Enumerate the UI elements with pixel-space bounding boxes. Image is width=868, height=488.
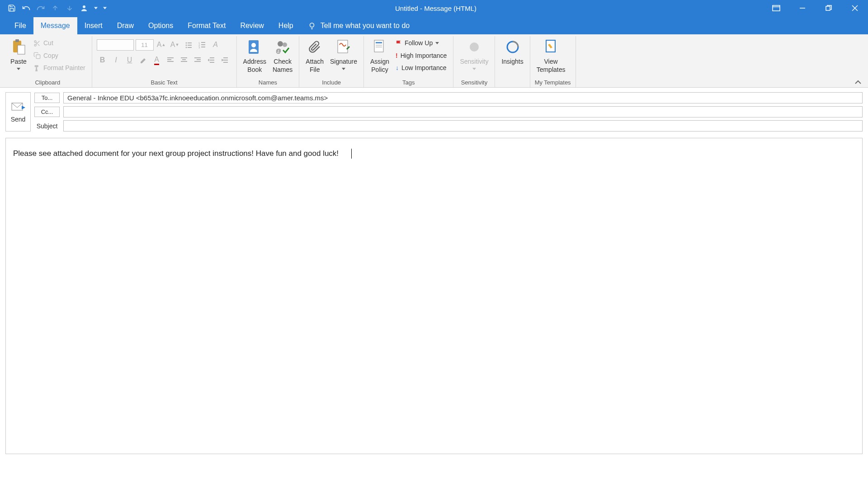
increase-indent-button[interactable] bbox=[219, 54, 231, 66]
address-book-button[interactable]: Address Book bbox=[241, 37, 268, 75]
message-body[interactable]: Please see attached document for your ne… bbox=[5, 138, 863, 454]
attach-file-label: Attach File bbox=[306, 58, 324, 74]
tab-file[interactable]: File bbox=[7, 17, 33, 34]
tab-message[interactable]: Message bbox=[33, 17, 77, 34]
templates-icon bbox=[544, 38, 558, 56]
copy-label: Copy bbox=[43, 52, 58, 61]
cut-button[interactable]: Cut bbox=[32, 38, 87, 49]
up-arrow-icon[interactable] bbox=[49, 2, 61, 14]
low-importance-label: Low Importance bbox=[401, 64, 447, 73]
numbering-button[interactable]: 123 bbox=[196, 39, 208, 51]
insights-label: Insights bbox=[501, 58, 523, 66]
low-importance-button[interactable]: ↓Low Importance bbox=[394, 63, 448, 74]
font-size-input[interactable]: 11 bbox=[136, 39, 154, 51]
align-right-button[interactable] bbox=[192, 54, 203, 66]
view-templates-button[interactable]: View Templates bbox=[535, 37, 567, 75]
format-painter-button[interactable]: Format Painter bbox=[32, 63, 87, 74]
svg-rect-14 bbox=[18, 45, 25, 54]
ribbon: Paste Cut Copy Format Painter Clipboard … bbox=[0, 34, 868, 88]
group-clipboard: Paste Cut Copy Format Painter Clipboard bbox=[4, 36, 92, 87]
redo-icon[interactable] bbox=[34, 2, 47, 14]
grow-font-button[interactable]: A▲ bbox=[156, 39, 167, 51]
tab-insert[interactable]: Insert bbox=[77, 17, 110, 34]
brush-icon bbox=[33, 65, 41, 72]
person-icon[interactable] bbox=[78, 2, 90, 14]
chevron-down-icon bbox=[435, 42, 439, 44]
cc-button[interactable]: Cc... bbox=[34, 107, 60, 117]
svg-rect-22 bbox=[188, 42, 192, 43]
align-left-button[interactable] bbox=[165, 54, 176, 66]
svg-rect-57 bbox=[376, 47, 382, 47]
tab-options[interactable]: Options bbox=[141, 17, 180, 34]
tab-draw[interactable]: Draw bbox=[110, 17, 141, 34]
assign-policy-button[interactable]: Assign Policy bbox=[368, 37, 391, 75]
group-include: Attach File Signature Include bbox=[299, 36, 364, 87]
tab-format-text[interactable]: Format Text bbox=[180, 17, 233, 34]
tab-help[interactable]: Help bbox=[271, 17, 301, 34]
cc-field[interactable] bbox=[63, 106, 863, 117]
collapse-ribbon-icon[interactable] bbox=[854, 80, 862, 84]
address-book-label: Address Book bbox=[243, 58, 266, 74]
undo-icon[interactable] bbox=[20, 2, 33, 14]
highlight-button[interactable] bbox=[137, 54, 149, 66]
bold-button[interactable]: B bbox=[97, 54, 108, 66]
chevron-down-icon bbox=[17, 68, 20, 70]
basic-text-group-label: Basic Text bbox=[97, 79, 232, 87]
qat-customize-icon[interactable] bbox=[101, 2, 108, 14]
to-field[interactable] bbox=[63, 92, 863, 103]
address-book-icon bbox=[247, 38, 262, 56]
align-center-button[interactable] bbox=[178, 54, 190, 66]
cut-label: Cut bbox=[43, 39, 53, 48]
chevron-down-icon bbox=[342, 68, 345, 70]
italic-button[interactable]: I bbox=[110, 54, 122, 66]
sensitivity-button[interactable]: Sensitivity bbox=[458, 37, 490, 71]
maximize-icon[interactable] bbox=[816, 0, 842, 16]
tab-review[interactable]: Review bbox=[233, 17, 271, 34]
paste-label: Paste bbox=[10, 58, 27, 66]
font-color-button[interactable]: A bbox=[151, 54, 163, 66]
attach-file-button[interactable]: Attach File bbox=[304, 37, 326, 75]
font-name-input[interactable] bbox=[97, 39, 134, 51]
copy-button[interactable]: Copy bbox=[32, 51, 87, 61]
svg-point-23 bbox=[185, 45, 187, 46]
ribbon-tabs: File Message Insert Draw Options Format … bbox=[0, 16, 868, 34]
paste-button[interactable]: Paste bbox=[8, 37, 29, 71]
high-importance-label: High Importance bbox=[401, 52, 447, 61]
save-icon[interactable] bbox=[5, 2, 18, 14]
down-arrow-icon: ↓ bbox=[396, 64, 399, 73]
signature-button[interactable]: Signature bbox=[328, 37, 359, 71]
sensitivity-label: Sensitivity bbox=[460, 58, 488, 66]
decrease-indent-button[interactable] bbox=[205, 54, 217, 66]
svg-rect-30 bbox=[201, 44, 205, 45]
svg-text:@: @ bbox=[276, 48, 281, 54]
follow-up-button[interactable]: Follow Up bbox=[394, 38, 448, 49]
subject-field[interactable] bbox=[63, 120, 863, 131]
svg-rect-28 bbox=[201, 42, 205, 43]
ribbon-display-icon[interactable] bbox=[763, 0, 789, 16]
flag-icon bbox=[396, 40, 402, 47]
down-arrow-icon[interactable] bbox=[63, 2, 76, 14]
insights-button[interactable]: Insights bbox=[500, 37, 525, 67]
check-names-icon: @ bbox=[275, 38, 290, 56]
signature-icon bbox=[337, 38, 350, 56]
high-importance-button[interactable]: !High Importance bbox=[394, 51, 448, 61]
body-text: Please see attached document for your ne… bbox=[13, 149, 339, 158]
minimize-icon[interactable] bbox=[789, 0, 816, 16]
shrink-font-button[interactable]: A▼ bbox=[169, 39, 181, 51]
close-icon[interactable] bbox=[842, 0, 868, 16]
check-names-button[interactable]: @ Check Names bbox=[271, 37, 294, 75]
send-button[interactable]: Send bbox=[5, 92, 31, 131]
text-cursor bbox=[351, 149, 352, 159]
qat-dropdown-icon[interactable] bbox=[92, 2, 99, 14]
svg-rect-56 bbox=[376, 45, 382, 46]
to-button[interactable]: To... bbox=[34, 93, 60, 103]
svg-rect-54 bbox=[374, 40, 383, 52]
svg-point-9 bbox=[310, 23, 314, 27]
paste-icon bbox=[11, 38, 26, 56]
svg-rect-24 bbox=[188, 45, 192, 46]
tell-me-search[interactable]: Tell me what you want to do bbox=[301, 17, 417, 34]
underline-button[interactable]: U bbox=[124, 54, 136, 66]
bullets-button[interactable] bbox=[183, 39, 194, 51]
clear-formatting-button[interactable]: A bbox=[210, 39, 222, 51]
send-icon bbox=[11, 101, 25, 112]
